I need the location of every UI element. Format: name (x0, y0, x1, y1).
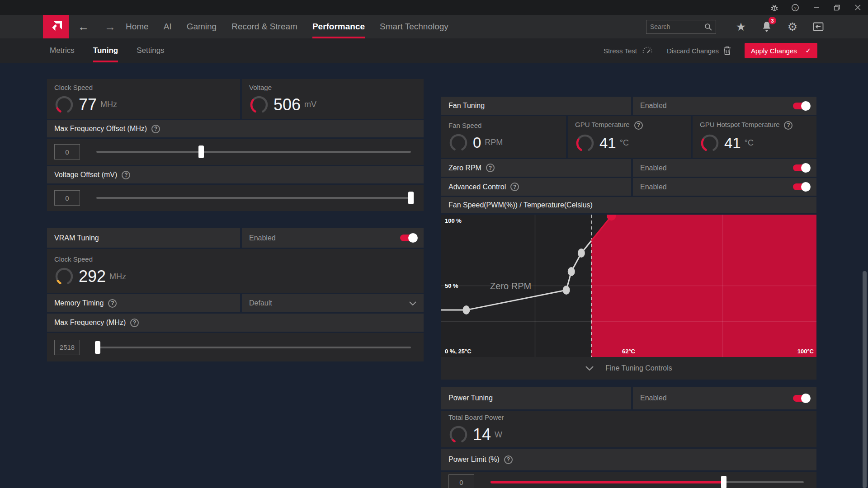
fine-tuning-controls-expander[interactable]: Fine Tuning Controls (441, 357, 816, 380)
vram-clock-speed-stat: Clock Speed 292 MHz (47, 249, 424, 293)
total-board-power-unit: W (495, 430, 502, 440)
max-frequency-offset-row: 0 (47, 139, 424, 165)
power-tuning-state-cell: Enabled (633, 387, 816, 409)
voltage-value: 506 (274, 95, 301, 114)
nav-item-home[interactable]: Home (126, 15, 149, 38)
advanced-control-toggle[interactable] (793, 183, 809, 190)
notifications-bell-icon[interactable]: 3 (761, 20, 772, 33)
total-board-power-label: Total Board Power (448, 413, 504, 421)
voltage-offset-slider[interactable] (96, 190, 411, 206)
search-placeholder: Search (650, 23, 704, 30)
nav-item-record-stream[interactable]: Record & Stream (231, 15, 297, 38)
vram-tuning-title: VRAM Tuning (54, 234, 99, 242)
clock-speed-label: Clock Speed (54, 84, 93, 91)
vram-clock-speed-label: Clock Speed (54, 255, 93, 263)
memory-timing-label: Memory Timing (54, 299, 104, 307)
nav-item-smart-technology[interactable]: Smart Technology (380, 15, 448, 38)
fan-curve-chart[interactable]: 100 %50 %0 %, 25°C62°C100°CZero RPM (441, 215, 816, 357)
tab-settings[interactable]: Settings (137, 38, 164, 63)
gpu-hotspot-temperature-label: GPU Hotspot Temperature? (700, 121, 793, 130)
stress-test-gauge-icon (642, 46, 653, 55)
discard-changes-button[interactable]: Discard Changes (667, 46, 731, 55)
gpu-hotspot-gauge-icon (700, 133, 720, 153)
bug-report-icon[interactable] (764, 0, 785, 15)
fan-tuning-toggle[interactable] (793, 103, 809, 109)
help-icon[interactable]: ? (504, 455, 513, 464)
help-icon[interactable]: ? (510, 183, 519, 191)
svg-text:100 %: 100 % (445, 217, 462, 224)
apply-changes-label: Apply Changes (751, 47, 797, 55)
zero-rpm-state: Enabled (640, 164, 667, 172)
fan-curve-chart-title: Fan Speed(PWM(%)) / Temperature(Celsius) (441, 197, 816, 213)
help-icon[interactable]: ? (108, 299, 117, 308)
fan-tuning-header: Fan Tuning (441, 97, 631, 115)
tab-metrics[interactable]: Metrics (50, 38, 75, 63)
voltage-offset-header: Voltage Offset (mV) ? (47, 166, 424, 183)
discard-changes-label: Discard Changes (667, 47, 719, 55)
voltage-offset-label: Voltage Offset (mV) (54, 171, 117, 179)
fan-speed-label: Fan Speed (448, 122, 481, 129)
search-input[interactable]: Search (646, 20, 716, 34)
voltage-gauge-icon (249, 95, 269, 115)
amd-logo[interactable] (43, 15, 69, 38)
help-icon[interactable]: ? (784, 121, 793, 130)
nav-item-ai[interactable]: AI (164, 15, 172, 38)
clock-speed-gauge-icon (54, 95, 74, 115)
restore-button[interactable] (826, 0, 847, 15)
minimize-button[interactable] (806, 0, 826, 15)
total-board-power-stat: Total Board Power 14 W (441, 411, 816, 447)
window-titlebar: ? (0, 0, 868, 15)
power-limit-input[interactable]: 0 (448, 474, 474, 488)
vram-max-frequency-slider[interactable] (96, 340, 411, 355)
advanced-control-state-cell: Enabled (633, 178, 816, 196)
total-board-power-value: 14 (473, 425, 491, 444)
voltage-unit: mV (304, 100, 316, 109)
gpu-temperature-value: 41 (599, 135, 616, 152)
nav-item-gaming[interactable]: Gaming (187, 15, 217, 38)
vram-tuning-toggle[interactable] (400, 235, 416, 241)
settings-gear-icon[interactable]: ⚙ (787, 20, 798, 33)
vram-max-frequency-input[interactable]: 2518 (54, 340, 80, 355)
vram-max-frequency-label: Max Frequency (MHz) (54, 319, 126, 327)
power-limit-slider[interactable] (491, 474, 804, 488)
fine-tuning-controls-label: Fine Tuning Controls (605, 364, 672, 372)
power-tuning-toggle[interactable] (793, 395, 809, 402)
clock-speed-unit: MHz (100, 100, 117, 109)
vram-tuning-state: Enabled (249, 234, 276, 242)
help-icon[interactable]: ? (130, 319, 139, 327)
memory-timing-dropdown[interactable]: Default (242, 294, 424, 312)
help-icon[interactable]: ? (634, 121, 643, 130)
tab-tuning[interactable]: Tuning (93, 38, 118, 63)
close-button[interactable] (847, 0, 868, 15)
help-icon[interactable]: ? (785, 0, 806, 15)
gpu-hotspot-unit: °C (745, 138, 754, 148)
stress-test-button[interactable]: Stress Test (604, 46, 653, 55)
vram-tuning-state-cell: Enabled (242, 228, 424, 248)
fan-speed-unit: RPM (485, 138, 503, 147)
power-tuning-header: Power Tuning (441, 387, 631, 409)
forward-arrow-icon[interactable]: → (104, 20, 116, 33)
vertical-scrollbar-thumb[interactable] (863, 271, 867, 488)
open-panel-icon[interactable] (813, 20, 824, 33)
fan-speed-value: 0 (473, 134, 481, 151)
voltage-offset-input[interactable]: 0 (54, 190, 80, 206)
nav-item-performance[interactable]: Performance (312, 15, 365, 38)
help-icon[interactable]: ? (486, 164, 495, 172)
memory-timing-value: Default (249, 299, 272, 307)
apply-changes-button[interactable]: Apply Changes ✓ (745, 43, 817, 58)
back-arrow-icon[interactable]: ← (78, 20, 89, 33)
help-icon[interactable]: ? (151, 125, 160, 133)
favorites-star-icon[interactable]: ★ (736, 20, 746, 33)
max-frequency-offset-input[interactable]: 0 (54, 144, 80, 160)
fan-tuning-state-cell: Enabled (633, 97, 816, 115)
max-frequency-offset-slider[interactable] (96, 144, 411, 160)
max-frequency-offset-label: Max Frequency Offset (MHz) (54, 125, 147, 133)
stress-test-label: Stress Test (604, 47, 637, 55)
svg-text:0 %, 25°C: 0 %, 25°C (445, 348, 472, 355)
help-icon[interactable]: ? (122, 171, 130, 179)
fan-tuning-title: Fan Tuning (448, 102, 485, 110)
advanced-control-label: Advanced Control (448, 183, 506, 191)
power-tuning-state: Enabled (640, 394, 667, 402)
zero-rpm-toggle[interactable] (793, 164, 809, 171)
performance-subnav: Metrics Tuning Settings Stress Test Disc… (0, 38, 868, 63)
